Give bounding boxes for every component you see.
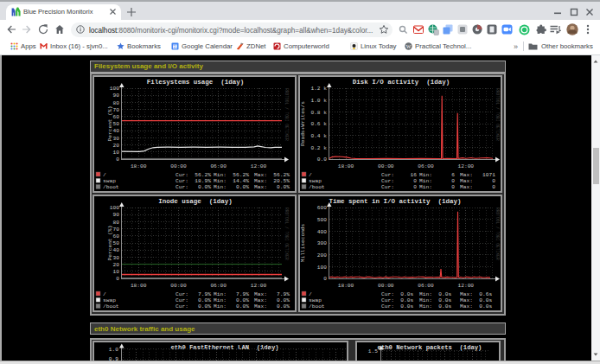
svg-text:31: 31 bbox=[173, 45, 178, 49]
svg-text:Cur: 0.0s: Cur: 0.0s bbox=[381, 291, 413, 297]
svg-text:12:00: 12:00 bbox=[251, 283, 267, 289]
svg-text:Max: 0.0s: Max: 0.0s bbox=[460, 303, 492, 310]
svg-text:06:00: 06:00 bbox=[210, 283, 227, 289]
svg-text:swap: swap bbox=[309, 178, 322, 184]
svg-text:70: 70 bbox=[113, 227, 120, 233]
svg-text:eth0 Network packets (1day): eth0 Network packets (1day) bbox=[378, 344, 482, 351]
svg-text:Cur: 0.0s: Cur: 0.0s bbox=[381, 297, 413, 303]
svg-text:Min: 7.9%: Min: 7.9% bbox=[214, 291, 249, 297]
svg-text:50: 50 bbox=[113, 121, 120, 127]
svg-text:Max: 0: Max: 0 bbox=[460, 184, 495, 190]
svg-text:RRDTOOL / TOBI OETIKER: RRDTOOL / TOBI OETIKER bbox=[284, 208, 289, 260]
svg-text:Max: 56.2%: Max: 56.2% bbox=[254, 172, 290, 178]
svg-text:18:00: 18:00 bbox=[131, 163, 147, 169]
svg-text:Min: 0.0%: Min: 0.0% bbox=[214, 184, 249, 190]
svg-text:30: 30 bbox=[113, 136, 120, 142]
svg-text:500: 500 bbox=[317, 217, 327, 223]
svg-text:100: 100 bbox=[110, 86, 119, 92]
svg-text:Disk I/O activity (1day): Disk I/O activity (1day) bbox=[353, 79, 450, 86]
svg-text:100: 100 bbox=[110, 205, 119, 211]
svg-text:00:00: 00:00 bbox=[378, 163, 394, 169]
svg-text:/boot: /boot bbox=[309, 184, 325, 190]
svg-text:/boot: /boot bbox=[103, 184, 119, 190]
svg-text:60: 60 bbox=[113, 233, 120, 239]
svg-text:400: 400 bbox=[317, 229, 327, 235]
svg-text:Inode usage (1day): Inode usage (1day) bbox=[158, 198, 233, 205]
svg-text:Max: 7.9%: Max: 7.9% bbox=[254, 291, 290, 297]
svg-text:06:00: 06:00 bbox=[418, 163, 434, 169]
svg-text:1.2 k: 1.2 k bbox=[310, 86, 327, 92]
svg-text:RRDTOOL / TOBI OETIKER: RRDTOOL / TOBI OETIKER bbox=[495, 208, 500, 260]
svg-text:Reads+Writes/s: Reads+Writes/s bbox=[300, 101, 306, 146]
svg-text:70: 70 bbox=[113, 107, 120, 113]
svg-text:/boot: /boot bbox=[103, 303, 119, 310]
svg-text:Filesystems usage (1day): Filesystems usage (1day) bbox=[147, 79, 245, 86]
svg-text:10: 10 bbox=[113, 269, 120, 275]
svg-text:0.0: 0.0 bbox=[317, 156, 327, 163]
svg-text:18:00: 18:00 bbox=[338, 283, 354, 289]
svg-text:06:00: 06:00 bbox=[210, 163, 227, 169]
svg-text:12:00: 12:00 bbox=[251, 163, 267, 169]
svg-text:Cur: 7.9%: Cur: 7.9% bbox=[176, 291, 211, 297]
svg-text:1.0: 1.0 bbox=[109, 347, 118, 353]
svg-text:Max: 0.0%: Max: 0.0% bbox=[254, 297, 290, 303]
svg-text:Min: 0.0s: Min: 0.0s bbox=[419, 297, 451, 303]
svg-text:10: 10 bbox=[113, 150, 120, 156]
svg-text:RRDTOOL / TOBI OETIKER: RRDTOOL / TOBI OETIKER bbox=[495, 88, 500, 141]
svg-text:Max: 1071: Max: 1071 bbox=[460, 172, 495, 178]
svg-text:60: 60 bbox=[113, 114, 120, 120]
svg-text:00:00: 00:00 bbox=[378, 283, 394, 289]
svg-text:Cur: 0.0%: Cur: 0.0% bbox=[176, 303, 211, 310]
svg-text:1.0 k: 1.0 k bbox=[310, 98, 327, 104]
svg-text:Max: 0: Max: 0 bbox=[460, 178, 495, 184]
svg-text:/: / bbox=[309, 172, 312, 178]
svg-text:0: 0 bbox=[323, 276, 327, 282]
svg-text:18:00: 18:00 bbox=[131, 283, 147, 289]
svg-text:Min: 0: Min: 0 bbox=[419, 178, 455, 184]
svg-text:50: 50 bbox=[113, 240, 120, 246]
svg-text:Time spent in I/O activity (1: Time spent in I/O activity (1day) bbox=[329, 198, 461, 205]
svg-text:40: 40 bbox=[113, 128, 120, 134]
svg-text:20: 20 bbox=[113, 262, 120, 268]
svg-text:swap: swap bbox=[309, 297, 322, 303]
svg-text:12:00: 12:00 bbox=[458, 163, 475, 169]
svg-text:80: 80 bbox=[113, 220, 120, 226]
svg-text:Min: 0.0%: Min: 0.0% bbox=[214, 297, 249, 303]
svg-text:300: 300 bbox=[317, 240, 327, 246]
svg-text:90: 90 bbox=[113, 212, 120, 218]
svg-text:/: / bbox=[103, 291, 106, 297]
svg-text:Max: 20.5%: Max: 20.5% bbox=[254, 178, 290, 184]
svg-text:0.6 k: 0.6 k bbox=[310, 121, 327, 127]
svg-text:00:00: 00:00 bbox=[170, 283, 187, 289]
svg-text:80: 80 bbox=[113, 100, 120, 106]
svg-text:20: 20 bbox=[113, 143, 120, 149]
svg-text:90: 90 bbox=[113, 93, 120, 99]
svg-text:Cur: 56.2%: Cur: 56.2% bbox=[176, 172, 211, 178]
svg-text:100: 100 bbox=[317, 265, 327, 271]
svg-text:Min: 0: Min: 0 bbox=[419, 184, 455, 190]
svg-text:Cur: 0.0%: Cur: 0.0% bbox=[176, 297, 211, 303]
svg-text:0.4 k: 0.4 k bbox=[310, 133, 327, 139]
svg-text:18:00: 18:00 bbox=[338, 163, 354, 169]
svg-text:RRDTOOL / TOBI OETIKER: RRDTOOL / TOBI OETIKER bbox=[284, 88, 289, 141]
svg-text:swap: swap bbox=[103, 297, 116, 303]
svg-text:/: / bbox=[103, 172, 106, 178]
svg-text:0: 0 bbox=[116, 276, 119, 282]
svg-text:1.5: 1.5 bbox=[368, 348, 378, 354]
svg-text:Cur: 16: Cur: 16 bbox=[381, 172, 417, 178]
svg-text:0: 0 bbox=[116, 156, 119, 163]
svg-text:12:00: 12:00 bbox=[458, 283, 475, 289]
svg-text:Min: 0.0%: Min: 0.0% bbox=[214, 303, 249, 310]
svg-text:40: 40 bbox=[113, 247, 120, 253]
svg-text:Cur: 18.9%: Cur: 18.9% bbox=[176, 178, 211, 184]
svg-text:Min: 14.4%: Min: 14.4% bbox=[214, 178, 249, 184]
svg-text:00:00: 00:00 bbox=[170, 163, 187, 169]
svg-text:Min: 0.0s: Min: 0.0s bbox=[419, 303, 451, 310]
svg-text:Max: 0.0s: Max: 0.0s bbox=[460, 297, 492, 303]
svg-text:Cur: 0: Cur: 0 bbox=[381, 178, 417, 184]
svg-text:swap: swap bbox=[103, 178, 116, 184]
svg-text:Min: 0.0s: Min: 0.0s bbox=[419, 291, 451, 297]
svg-text:W: W bbox=[406, 44, 412, 49]
svg-text:200: 200 bbox=[317, 252, 327, 259]
svg-text:Min: 6: Min: 6 bbox=[419, 172, 455, 178]
